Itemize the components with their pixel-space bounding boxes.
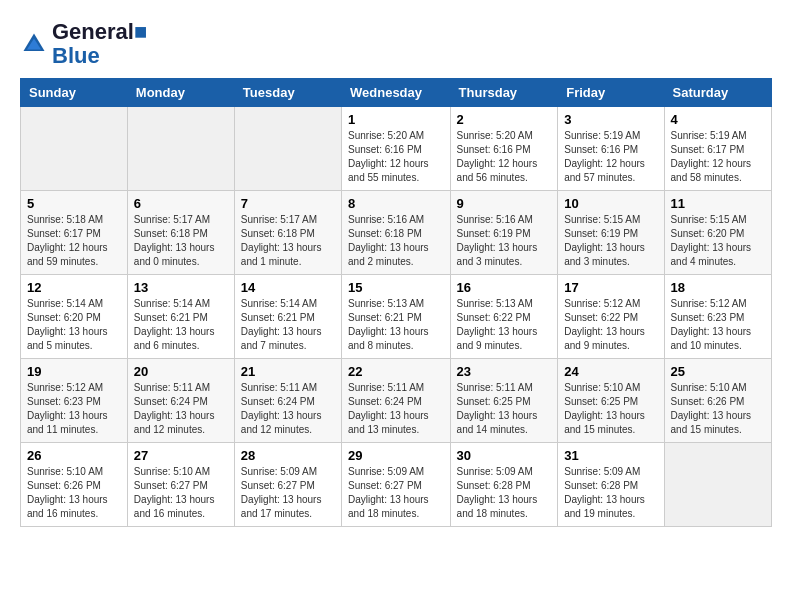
calendar-cell: 30Sunrise: 5:09 AM Sunset: 6:28 PM Dayli… — [450, 443, 558, 527]
calendar-cell: 10Sunrise: 5:15 AM Sunset: 6:19 PM Dayli… — [558, 191, 664, 275]
day-info: Sunrise: 5:10 AM Sunset: 6:26 PM Dayligh… — [671, 381, 765, 437]
calendar-week-row: 12Sunrise: 5:14 AM Sunset: 6:20 PM Dayli… — [21, 275, 772, 359]
day-info: Sunrise: 5:20 AM Sunset: 6:16 PM Dayligh… — [348, 129, 444, 185]
day-info: Sunrise: 5:11 AM Sunset: 6:24 PM Dayligh… — [241, 381, 335, 437]
day-info: Sunrise: 5:19 AM Sunset: 6:16 PM Dayligh… — [564, 129, 657, 185]
weekday-header: Monday — [127, 79, 234, 107]
calendar-cell: 24Sunrise: 5:10 AM Sunset: 6:25 PM Dayli… — [558, 359, 664, 443]
day-number: 22 — [348, 364, 444, 379]
day-info: Sunrise: 5:09 AM Sunset: 6:28 PM Dayligh… — [564, 465, 657, 521]
calendar-cell: 2Sunrise: 5:20 AM Sunset: 6:16 PM Daylig… — [450, 107, 558, 191]
weekday-header: Thursday — [450, 79, 558, 107]
calendar-cell: 25Sunrise: 5:10 AM Sunset: 6:26 PM Dayli… — [664, 359, 771, 443]
day-number: 25 — [671, 364, 765, 379]
day-info: Sunrise: 5:10 AM Sunset: 6:26 PM Dayligh… — [27, 465, 121, 521]
calendar-cell: 31Sunrise: 5:09 AM Sunset: 6:28 PM Dayli… — [558, 443, 664, 527]
weekday-header: Sunday — [21, 79, 128, 107]
day-info: Sunrise: 5:17 AM Sunset: 6:18 PM Dayligh… — [241, 213, 335, 269]
day-info: Sunrise: 5:10 AM Sunset: 6:27 PM Dayligh… — [134, 465, 228, 521]
day-info: Sunrise: 5:12 AM Sunset: 6:22 PM Dayligh… — [564, 297, 657, 353]
calendar-cell: 9Sunrise: 5:16 AM Sunset: 6:19 PM Daylig… — [450, 191, 558, 275]
weekday-header: Wednesday — [342, 79, 451, 107]
calendar-cell: 8Sunrise: 5:16 AM Sunset: 6:18 PM Daylig… — [342, 191, 451, 275]
day-info: Sunrise: 5:09 AM Sunset: 6:27 PM Dayligh… — [241, 465, 335, 521]
day-number: 5 — [27, 196, 121, 211]
day-number: 21 — [241, 364, 335, 379]
calendar-cell — [21, 107, 128, 191]
weekday-header: Tuesday — [234, 79, 341, 107]
day-number: 6 — [134, 196, 228, 211]
day-number: 15 — [348, 280, 444, 295]
day-number: 12 — [27, 280, 121, 295]
calendar-cell: 6Sunrise: 5:17 AM Sunset: 6:18 PM Daylig… — [127, 191, 234, 275]
day-info: Sunrise: 5:14 AM Sunset: 6:20 PM Dayligh… — [27, 297, 121, 353]
day-number: 30 — [457, 448, 552, 463]
calendar-cell: 12Sunrise: 5:14 AM Sunset: 6:20 PM Dayli… — [21, 275, 128, 359]
day-number: 28 — [241, 448, 335, 463]
day-number: 11 — [671, 196, 765, 211]
calendar-week-row: 26Sunrise: 5:10 AM Sunset: 6:26 PM Dayli… — [21, 443, 772, 527]
day-info: Sunrise: 5:11 AM Sunset: 6:24 PM Dayligh… — [348, 381, 444, 437]
calendar-cell: 5Sunrise: 5:18 AM Sunset: 6:17 PM Daylig… — [21, 191, 128, 275]
day-number: 23 — [457, 364, 552, 379]
calendar-cell: 29Sunrise: 5:09 AM Sunset: 6:27 PM Dayli… — [342, 443, 451, 527]
calendar-cell: 16Sunrise: 5:13 AM Sunset: 6:22 PM Dayli… — [450, 275, 558, 359]
day-number: 1 — [348, 112, 444, 127]
day-number: 10 — [564, 196, 657, 211]
day-info: Sunrise: 5:19 AM Sunset: 6:17 PM Dayligh… — [671, 129, 765, 185]
day-info: Sunrise: 5:10 AM Sunset: 6:25 PM Dayligh… — [564, 381, 657, 437]
calendar-cell: 13Sunrise: 5:14 AM Sunset: 6:21 PM Dayli… — [127, 275, 234, 359]
day-info: Sunrise: 5:11 AM Sunset: 6:24 PM Dayligh… — [134, 381, 228, 437]
calendar-cell: 18Sunrise: 5:12 AM Sunset: 6:23 PM Dayli… — [664, 275, 771, 359]
calendar-cell: 15Sunrise: 5:13 AM Sunset: 6:21 PM Dayli… — [342, 275, 451, 359]
calendar-cell: 3Sunrise: 5:19 AM Sunset: 6:16 PM Daylig… — [558, 107, 664, 191]
calendar-week-row: 1Sunrise: 5:20 AM Sunset: 6:16 PM Daylig… — [21, 107, 772, 191]
day-number: 14 — [241, 280, 335, 295]
day-number: 8 — [348, 196, 444, 211]
day-number: 2 — [457, 112, 552, 127]
calendar-cell: 7Sunrise: 5:17 AM Sunset: 6:18 PM Daylig… — [234, 191, 341, 275]
calendar-cell: 27Sunrise: 5:10 AM Sunset: 6:27 PM Dayli… — [127, 443, 234, 527]
calendar-cell: 14Sunrise: 5:14 AM Sunset: 6:21 PM Dayli… — [234, 275, 341, 359]
calendar-cell — [234, 107, 341, 191]
calendar-week-row: 19Sunrise: 5:12 AM Sunset: 6:23 PM Dayli… — [21, 359, 772, 443]
day-number: 31 — [564, 448, 657, 463]
day-number: 26 — [27, 448, 121, 463]
day-info: Sunrise: 5:16 AM Sunset: 6:19 PM Dayligh… — [457, 213, 552, 269]
logo-icon — [20, 30, 48, 58]
day-number: 7 — [241, 196, 335, 211]
calendar-header-row: SundayMondayTuesdayWednesdayThursdayFrid… — [21, 79, 772, 107]
day-info: Sunrise: 5:16 AM Sunset: 6:18 PM Dayligh… — [348, 213, 444, 269]
day-number: 13 — [134, 280, 228, 295]
day-number: 29 — [348, 448, 444, 463]
calendar-cell: 1Sunrise: 5:20 AM Sunset: 6:16 PM Daylig… — [342, 107, 451, 191]
weekday-header: Friday — [558, 79, 664, 107]
day-number: 3 — [564, 112, 657, 127]
calendar-cell: 17Sunrise: 5:12 AM Sunset: 6:22 PM Dayli… — [558, 275, 664, 359]
day-info: Sunrise: 5:09 AM Sunset: 6:27 PM Dayligh… — [348, 465, 444, 521]
calendar-cell: 23Sunrise: 5:11 AM Sunset: 6:25 PM Dayli… — [450, 359, 558, 443]
weekday-header: Saturday — [664, 79, 771, 107]
calendar-cell: 21Sunrise: 5:11 AM Sunset: 6:24 PM Dayli… — [234, 359, 341, 443]
calendar-cell: 26Sunrise: 5:10 AM Sunset: 6:26 PM Dayli… — [21, 443, 128, 527]
day-number: 18 — [671, 280, 765, 295]
day-info: Sunrise: 5:14 AM Sunset: 6:21 PM Dayligh… — [241, 297, 335, 353]
day-info: Sunrise: 5:12 AM Sunset: 6:23 PM Dayligh… — [671, 297, 765, 353]
day-info: Sunrise: 5:17 AM Sunset: 6:18 PM Dayligh… — [134, 213, 228, 269]
day-info: Sunrise: 5:18 AM Sunset: 6:17 PM Dayligh… — [27, 213, 121, 269]
calendar-cell — [664, 443, 771, 527]
calendar-cell: 28Sunrise: 5:09 AM Sunset: 6:27 PM Dayli… — [234, 443, 341, 527]
page-header: General■Blue — [20, 20, 772, 68]
day-number: 4 — [671, 112, 765, 127]
day-info: Sunrise: 5:12 AM Sunset: 6:23 PM Dayligh… — [27, 381, 121, 437]
day-info: Sunrise: 5:09 AM Sunset: 6:28 PM Dayligh… — [457, 465, 552, 521]
day-number: 27 — [134, 448, 228, 463]
day-info: Sunrise: 5:15 AM Sunset: 6:19 PM Dayligh… — [564, 213, 657, 269]
day-number: 24 — [564, 364, 657, 379]
day-number: 16 — [457, 280, 552, 295]
day-number: 17 — [564, 280, 657, 295]
day-info: Sunrise: 5:13 AM Sunset: 6:22 PM Dayligh… — [457, 297, 552, 353]
calendar-cell: 4Sunrise: 5:19 AM Sunset: 6:17 PM Daylig… — [664, 107, 771, 191]
day-info: Sunrise: 5:14 AM Sunset: 6:21 PM Dayligh… — [134, 297, 228, 353]
calendar-cell: 19Sunrise: 5:12 AM Sunset: 6:23 PM Dayli… — [21, 359, 128, 443]
